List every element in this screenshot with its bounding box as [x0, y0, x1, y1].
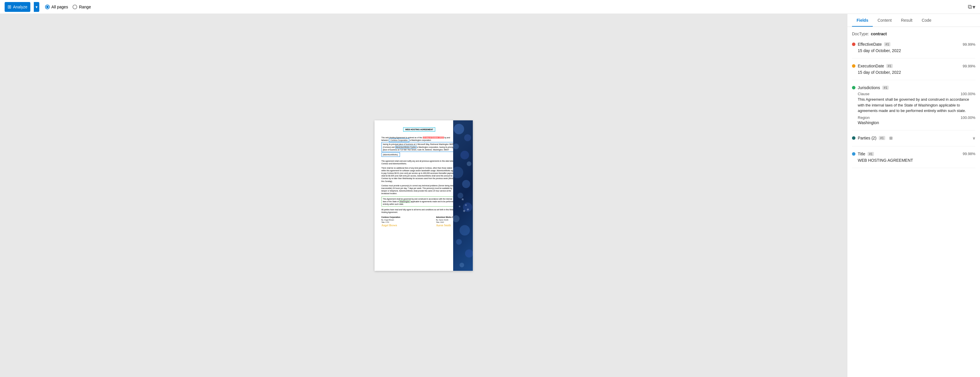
badge-title: #1: [867, 152, 874, 156]
value-title: WEB HOSTING AGREEMENT: [852, 158, 975, 163]
page-range-group: All pages Range: [45, 5, 91, 9]
confidence-effective-date: 99.99%: [963, 42, 975, 46]
tab-fields[interactable]: Fields: [852, 14, 873, 27]
svg-point-13: [460, 263, 464, 267]
all-pages-option[interactable]: All pages: [45, 5, 68, 9]
range-option[interactable]: Range: [73, 5, 91, 9]
doctype-label: DocType:: [852, 32, 869, 36]
svg-point-4: [467, 161, 471, 166]
field-header-parties[interactable]: Parties (2) #1 ⊞ ∨: [852, 136, 975, 140]
document-content: WEB HOSTING AGREEMENT This web Hosting A…: [382, 127, 457, 228]
tab-content[interactable]: Content: [873, 14, 896, 27]
field-header-execution-date: ExecutionDate #1 99.99%: [852, 64, 975, 68]
field-header-effective-date: EffectiveDate #1 99.99%: [852, 42, 975, 46]
sig-title-left: Title: CTO: [382, 221, 400, 224]
doc-para1: This agreement shall void and nullify an…: [382, 160, 457, 165]
svg-point-10: [460, 225, 470, 235]
svg-rect-14: [461, 198, 463, 200]
badge-parties: #1: [879, 136, 885, 140]
confidence-title: 99.98%: [963, 152, 975, 156]
document-page: WEB HOSTING AGREEMENT This web Hosting A…: [375, 120, 473, 271]
toolbar-right: ⧉ ▾: [968, 3, 975, 10]
svg-point-1: [464, 134, 471, 141]
doc-final-para: All parties have read and fully agree to…: [382, 208, 457, 214]
sig-cursive-left: Angel Brown: [382, 224, 400, 227]
doc-para3: Contoso must provide a person(s) to corr…: [382, 184, 457, 195]
aw-paren: (AdventureWorks).: [382, 152, 400, 157]
region-confidence: 100.00%: [961, 115, 975, 120]
doc-intro: This web Hosting Agreement is entered as…: [382, 136, 457, 158]
washington-highlight: Washington: [399, 200, 410, 203]
dot-parties: [852, 136, 856, 140]
region-value: Washington: [858, 120, 975, 125]
field-execution-date: ExecutionDate #1 99.99% 15 day of Octobe…: [852, 64, 975, 80]
value-execution-date: 15 day of October, 2022: [852, 70, 975, 75]
tab-result[interactable]: Result: [896, 14, 917, 27]
svg-point-3: [460, 151, 469, 160]
address-block-1: having its principal place of business a…: [382, 142, 457, 152]
doc-para2: There shall be no additional fees of any…: [382, 167, 457, 182]
value-effective-date: 15 day of October, 2022: [852, 48, 975, 53]
range-radio[interactable]: [73, 5, 77, 9]
clause-row: Clause 100.00%: [858, 92, 975, 96]
analyze-button[interactable]: ⊞ Analyze: [5, 2, 30, 12]
all-pages-radio[interactable]: [45, 5, 50, 9]
chevron-down-icon[interactable]: ∨: [972, 136, 975, 140]
range-label: Range: [79, 5, 91, 9]
field-header-jurisdictions: Jurisdictions #1: [852, 85, 975, 90]
field-name-effective-date: EffectiveDate: [858, 42, 882, 46]
date-highlight: 15 day of October, 2022: [423, 137, 444, 139]
clause-confidence: 100.00%: [961, 92, 975, 96]
field-effective-date: EffectiveDate #1 99.99% 15 day of Octobe…: [852, 42, 975, 58]
table-icon: ⊞: [889, 136, 893, 140]
svg-rect-17: [459, 205, 460, 207]
field-parties[interactable]: Parties (2) #1 ⊞ ∨: [852, 136, 975, 146]
field-jurisdictions: Jurisdictions #1 Clause 100.00% This Agr…: [852, 85, 975, 131]
all-pages-label: All pages: [51, 5, 68, 9]
svg-point-7: [458, 193, 463, 198]
confidence-execution-date: 99.99%: [963, 64, 975, 68]
adventureworks-highlight: AdventureWorks Cycles: [395, 146, 417, 149]
badge-execution-date: #1: [886, 64, 893, 68]
analyze-label: Analyze: [13, 5, 27, 9]
region-row: Region 100.00%: [858, 115, 975, 120]
svg-point-11: [456, 239, 462, 245]
badge-effective-date: #1: [884, 42, 891, 46]
panel-tabs: Fields Content Result Code: [847, 14, 980, 27]
field-name-execution-date: ExecutionDate: [858, 64, 884, 68]
field-name-title: Title: [858, 152, 865, 156]
field-header-title: Title #1 99.98%: [852, 152, 975, 156]
layer-chevron-icon: ▾: [972, 3, 975, 10]
field-name-parties: Parties (2): [858, 136, 877, 140]
layer-button[interactable]: ⧉ ▾: [968, 3, 975, 10]
document-viewer[interactable]: WEB HOSTING AGREEMENT This web Hosting A…: [0, 14, 847, 377]
signature-section: Contoso Corporation By: Angel Brown Titl…: [382, 216, 457, 227]
svg-point-0: [454, 124, 464, 134]
analyze-dropdown-button[interactable]: ▾: [34, 2, 39, 12]
analyze-icon: ⊞: [8, 4, 11, 10]
badge-jurisdictions: #1: [882, 86, 889, 90]
dot-jurisdictions: [852, 86, 856, 89]
svg-point-9: [453, 215, 460, 222]
doctype-row: DocType: contract: [852, 32, 975, 36]
sig-company-left: Contoso Corporation: [382, 216, 400, 219]
panel-content: DocType: contract EffectiveDate #1 99.99…: [847, 27, 980, 377]
main-area: WEB HOSTING AGREEMENT This web Hosting A…: [0, 14, 980, 377]
contoso-highlight: Contoso Corporation: [389, 138, 409, 142]
dot-effective-date: [852, 43, 856, 46]
doctype-value: contract: [871, 32, 887, 36]
chevron-down-icon: ▾: [35, 5, 38, 9]
field-name-jurisdictions: Jurisdictions: [858, 85, 880, 90]
region-label: Region: [858, 115, 870, 120]
clause-value: This Agreement shall be governed by and …: [858, 97, 975, 114]
dot-title: [852, 152, 856, 156]
tab-code[interactable]: Code: [917, 14, 936, 27]
clause-label: Clause: [858, 92, 869, 96]
svg-point-12: [465, 249, 473, 257]
toolbar: ⊞ Analyze ▾ All pages Range ⧉ ▾: [0, 0, 980, 14]
svg-point-6: [462, 180, 470, 188]
right-panel: Fields Content Result Code DocType: cont…: [847, 14, 980, 377]
doc-decorative-panel: [453, 120, 473, 271]
dot-execution-date: [852, 64, 856, 68]
jurisdictions-sub-fields: Clause 100.00% This Agreement shall be g…: [852, 92, 975, 125]
